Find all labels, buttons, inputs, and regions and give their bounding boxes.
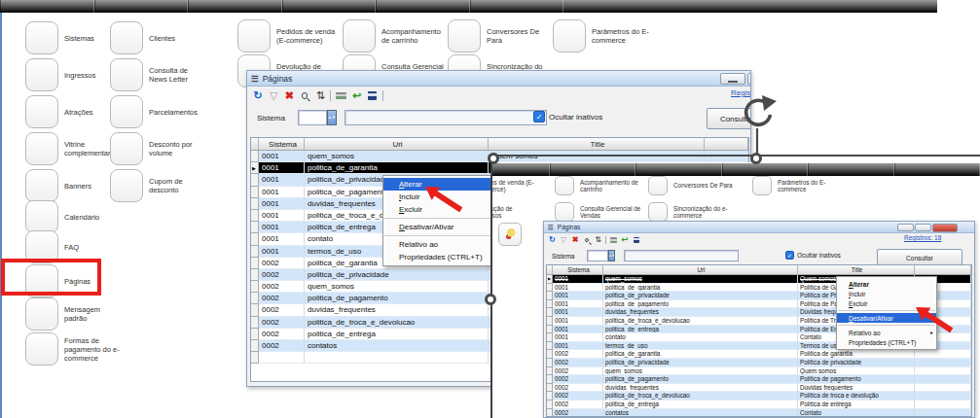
menu-item[interactable]: Alterar [837, 279, 936, 289]
shortcut-item[interactable]: Consulta Gerencial de Vendas [555, 202, 644, 222]
shortcut-item[interactable]: Parâmetros do E-commerce [752, 176, 842, 195]
window-menu-icon[interactable]: ☰ [548, 224, 554, 231]
row-marker[interactable] [251, 317, 259, 329]
table-row[interactable]: 0002 quem_somos Quem somos [547, 367, 971, 376]
sidebar-item[interactable]: Vitrine complementar [25, 132, 123, 165]
consultar-button[interactable]: Consultar [877, 249, 962, 265]
row-marker[interactable] [251, 233, 259, 245]
row-marker[interactable] [547, 326, 553, 334]
clear-filter-icon[interactable]: ✖ [283, 89, 295, 101]
shortcut-item[interactable]: Devolução de Ingressos [492, 202, 539, 222]
row-marker[interactable] [547, 350, 553, 359]
window-titlebar[interactable]: ☰ Páginas [544, 222, 974, 233]
table-row[interactable]: 0001 quem_somos Quem somos [251, 151, 748, 162]
save-icon[interactable] [367, 89, 379, 101]
shortcut-item[interactable]: Pedidos de venda (E-commerce) [237, 19, 343, 52]
minimize-button[interactable] [897, 224, 914, 231]
row-marker[interactable] [251, 222, 259, 233]
shortcut-item[interactable]: Conversores De Para [448, 19, 553, 52]
row-marker[interactable] [251, 352, 259, 364]
menu-tab[interactable] [492, 163, 550, 176]
row-marker[interactable] [547, 292, 553, 300]
print-icon[interactable] [335, 89, 346, 101]
row-marker[interactable] [547, 300, 553, 309]
sidebar-item[interactable]: Desconto por volume [110, 132, 207, 165]
row-marker[interactable] [547, 392, 553, 401]
sistema-lookup-spinner[interactable]: ▲▼ [327, 110, 337, 125]
shortcut-item[interactable]: Acompanhamento de carrinho [343, 19, 448, 52]
row-marker[interactable] [251, 258, 259, 269]
table-row[interactable]: 0002 politica_de_troca_e_devolucao Polít… [547, 392, 971, 401]
row-marker[interactable] [251, 162, 259, 174]
menu-tab[interactable] [470, 0, 564, 13]
col-sistema[interactable]: Sistema [553, 265, 603, 274]
sistema-code-input[interactable] [298, 110, 327, 125]
row-marker[interactable] [251, 151, 259, 162]
row-marker[interactable] [547, 401, 553, 409]
filter-icon[interactable]: ▽ [560, 236, 568, 245]
row-marker[interactable] [251, 281, 259, 293]
window-titlebar[interactable]: ☰ Páginas [247, 71, 750, 87]
sidebar-item[interactable]: Calendário [25, 200, 123, 233]
clear-filter-icon[interactable]: ✖ [571, 236, 580, 245]
row-marker[interactable] [547, 275, 553, 284]
row-marker[interactable] [251, 340, 259, 352]
sidebar-item[interactable]: Cupom de desconto [110, 169, 207, 202]
sidebar-item[interactable]: Atrações [25, 95, 123, 128]
row-marker[interactable] [251, 246, 259, 258]
sidebar-item[interactable]: Clientes [110, 21, 207, 54]
menu-tab[interactable] [722, 163, 809, 176]
sistema-name-input[interactable] [624, 250, 739, 261]
col-url[interactable]: Url [305, 138, 489, 150]
sistema-lookup-spinner[interactable]: ▲▼ [608, 250, 615, 261]
row-marker[interactable] [547, 409, 553, 418]
maximize-button[interactable] [915, 224, 931, 231]
row-marker[interactable] [251, 187, 259, 198]
table-row[interactable]: 0002 contatos Contato [547, 409, 971, 418]
search-icon[interactable] [299, 89, 310, 101]
sidebar-item[interactable]: Banners [25, 169, 123, 202]
sidebar-item[interactable]: Parcelamentos [110, 95, 207, 128]
shortcut-item[interactable]: Conversores De Para [648, 176, 738, 195]
menu-item[interactable]: Desativar/Ativar [383, 221, 491, 233]
ocultar-inativos-checkbox[interactable]: ✓ [785, 251, 794, 260]
menu-tab[interactable] [550, 163, 636, 176]
menu-item[interactable]: Incluir [837, 289, 936, 298]
table-row[interactable]: 0002 politica_de_pagamento Política de p… [547, 375, 971, 384]
menu-tab[interactable] [282, 0, 377, 13]
maximize-button[interactable] [747, 73, 751, 85]
sort-icon[interactable]: ⇅ [594, 236, 602, 245]
row-marker[interactable] [251, 210, 259, 222]
row-marker[interactable] [547, 308, 553, 317]
col-extra[interactable] [915, 265, 971, 274]
shortcut-item[interactable]: Sincronização do e-commerce [648, 202, 738, 222]
row-marker[interactable] [251, 198, 259, 210]
shortcut-item[interactable]: Acompanhamento de carrinho [555, 176, 644, 195]
menu-tab[interactable] [894, 163, 980, 176]
row-marker[interactable] [251, 293, 259, 304]
table-row[interactable]: 0002 politica_de_garantia Política de ga… [547, 350, 971, 359]
col-sistema[interactable]: Sistema [259, 138, 305, 150]
row-marker[interactable] [547, 317, 553, 326]
row-marker[interactable] [547, 359, 553, 367]
export-icon[interactable]: ↩ [621, 236, 630, 245]
sidebar-item[interactable]: Mensagem padrão [25, 297, 123, 331]
refresh-icon[interactable]: ↻ [252, 89, 264, 101]
col-title[interactable]: Title [798, 265, 915, 274]
export-icon[interactable]: ↩ [351, 89, 363, 101]
menu-item[interactable]: Excluir [837, 298, 936, 308]
table-row[interactable]: 0002 duvidas_frequentes Dúvidas frequent… [547, 384, 971, 393]
minimize-button[interactable] [720, 73, 745, 85]
menu-tab[interactable] [0, 0, 94, 13]
shortcut-item[interactable]: Pedidos de venda (E-commerce) [492, 176, 539, 195]
menu-item[interactable]: Relativo ao [383, 238, 491, 251]
row-marker[interactable] [547, 342, 553, 351]
sidebar-item[interactable]: Ingressos [25, 58, 123, 91]
table-row[interactable]: 0002 politica_de_privacidade Política de… [547, 359, 971, 367]
row-marker[interactable] [547, 367, 553, 376]
sort-icon[interactable]: ⇅ [314, 89, 326, 101]
sistema-code-input[interactable] [587, 250, 608, 261]
sistema-name-input[interactable] [345, 110, 547, 125]
sidebar-item[interactable]: Sistemas [25, 21, 123, 54]
row-marker[interactable] [251, 329, 259, 340]
